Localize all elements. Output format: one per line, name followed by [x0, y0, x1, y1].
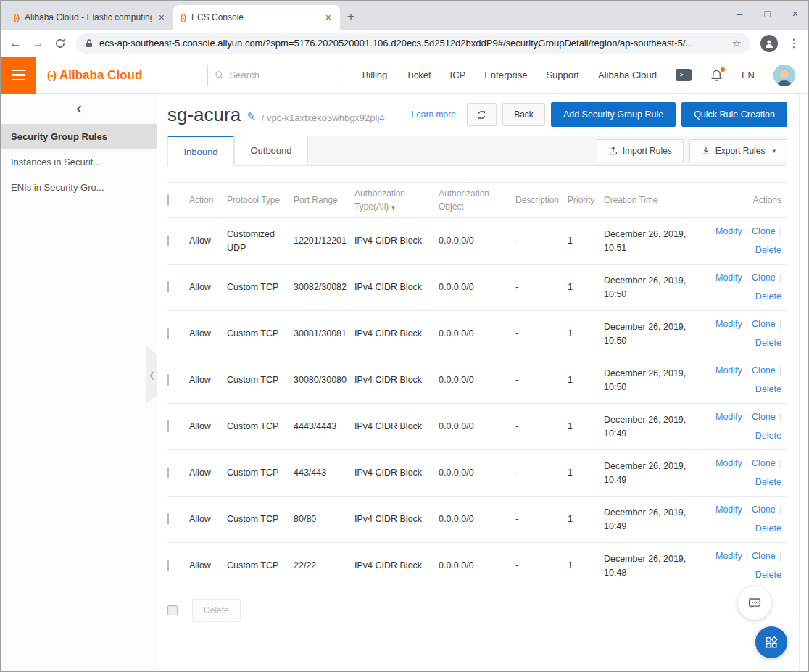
clone-link[interactable]: Clone [752, 364, 776, 378]
delete-link[interactable]: Delete [755, 244, 781, 257]
row-checkbox[interactable] [167, 560, 169, 571]
table-row: Allow Custom TCP 30080/30080 IPv4 CIDR B… [167, 357, 787, 404]
nav-ticket[interactable]: Ticket [406, 70, 431, 80]
modify-link[interactable]: Modify [715, 225, 742, 238]
row-checkbox[interactable] [167, 467, 169, 478]
user-avatar[interactable] [773, 65, 795, 86]
nav-billing[interactable]: Billing [362, 70, 388, 80]
search-input[interactable] [229, 70, 332, 80]
clone-link[interactable]: Clone [752, 503, 776, 517]
nav-alibaba-cloud[interactable]: Alibaba Cloud [598, 70, 657, 80]
edit-name-icon[interactable]: ✎ [246, 110, 256, 123]
cell-authorization-object: 0.0.0.0/0 [439, 323, 515, 345]
url-text[interactable]: ecs-ap-southeast-5.console.aliyun.com/?s… [99, 38, 726, 49]
bookmark-star-icon[interactable]: ☆ [732, 37, 742, 50]
bulk-delete-button[interactable]: Delete [192, 599, 241, 622]
delete-link[interactable]: Delete [755, 383, 781, 397]
sidebar-item-security-group-rules[interactable]: Security Group Rules [1, 124, 157, 149]
back-page-button[interactable]: Back [502, 103, 545, 126]
new-tab-button[interactable]: + [347, 9, 354, 24]
sidebar-collapse-handle[interactable]: ❮ [146, 346, 157, 404]
language-selector[interactable]: EN [742, 70, 755, 80]
delete-link[interactable]: Delete [755, 568, 781, 582]
select-all-checkbox[interactable] [167, 194, 169, 206]
modify-link[interactable]: Modify [715, 410, 742, 424]
action-separator: | [779, 410, 781, 424]
add-security-group-rule-button[interactable]: Add Security Group Rule [551, 102, 676, 127]
cell-creation-time: December 26, 2019, 10:49 [604, 409, 711, 445]
tab-outbound[interactable]: Outbound [234, 136, 308, 165]
sidebar-item-instances-in-security-group[interactable]: Instances in Securit... [1, 149, 157, 175]
console-search[interactable] [207, 65, 339, 86]
notifications-button[interactable] [710, 69, 723, 82]
cell-protocol: Custom TCP [227, 276, 294, 299]
avatar-face-icon [773, 65, 795, 86]
reload-button[interactable] [54, 38, 66, 49]
delete-link[interactable]: Delete [755, 336, 781, 350]
address-bar[interactable]: ecs-ap-southeast-5.console.aliyun.com/?s… [76, 33, 750, 54]
direction-tabs: Inbound Outbound Import Rules [167, 136, 787, 166]
col-authorization-type[interactable]: Authorization Type(All)▾ [354, 183, 439, 217]
nav-support[interactable]: Support [546, 70, 579, 80]
quick-rule-creation-button[interactable]: Quick Rule Creation [681, 102, 787, 127]
modify-link[interactable]: Modify [715, 318, 742, 331]
delete-link[interactable]: Delete [755, 429, 781, 443]
modify-link[interactable]: Modify [715, 457, 742, 470]
refresh-button[interactable] [467, 103, 497, 126]
row-checkbox[interactable] [167, 328, 169, 339]
cell-port-range: 12201/12201 [294, 230, 354, 252]
clone-link[interactable]: Clone [752, 549, 776, 563]
row-checkbox[interactable] [167, 374, 169, 386]
chrome-profile-button[interactable] [760, 35, 778, 52]
delete-link[interactable]: Delete [755, 290, 781, 304]
clone-link[interactable]: Clone [752, 318, 776, 331]
quick-apps-button[interactable] [755, 626, 787, 658]
row-checkbox[interactable] [167, 513, 169, 525]
browser-tab-ecs-console[interactable]: (-) ECS Console × [173, 5, 340, 30]
action-separator: | [746, 503, 748, 517]
cell-description: - [515, 508, 568, 531]
alibaba-cloud-logo[interactable]: (-) Alibaba Cloud [47, 68, 142, 83]
tab-close-icon[interactable]: × [324, 12, 333, 22]
chrome-menu-button[interactable]: ⋮ [788, 36, 800, 50]
row-checkbox[interactable] [167, 281, 169, 293]
feedback-chat-button[interactable] [738, 586, 771, 620]
lock-icon [85, 38, 94, 49]
modify-link[interactable]: Modify [715, 549, 742, 563]
cell-priority: 1 [568, 230, 604, 252]
clone-link[interactable]: Clone [752, 225, 776, 238]
modify-link[interactable]: Modify [715, 364, 742, 378]
nav-enterprise[interactable]: Enterprise [484, 70, 527, 80]
learn-more-link[interactable]: Learn more. [411, 109, 458, 120]
clone-link[interactable]: Clone [752, 410, 776, 424]
tab-close-icon[interactable]: × [157, 12, 166, 22]
delete-link[interactable]: Delete [755, 476, 781, 489]
export-rules-button[interactable]: Export Rules ▾ [689, 139, 787, 162]
modify-link[interactable]: Modify [715, 503, 742, 517]
import-rules-button[interactable]: Import Rules [597, 139, 684, 162]
sidebar-collapse-button[interactable] [1, 94, 157, 124]
cloud-shell-icon[interactable]: >_ [676, 69, 692, 81]
hamburger-menu-button[interactable] [1, 57, 36, 94]
table-row: Allow Custom TCP 443/443 IPv4 CIDR Block… [167, 450, 787, 497]
window-close-button[interactable]: × [792, 8, 798, 20]
back-button[interactable]: ← [9, 36, 22, 51]
row-checkbox[interactable] [167, 420, 169, 432]
delete-link[interactable]: Delete [755, 522, 781, 536]
tabstrip-divider [365, 8, 365, 22]
clone-link[interactable]: Clone [752, 457, 776, 470]
row-checkbox[interactable] [167, 235, 169, 246]
clone-link[interactable]: Clone [752, 271, 776, 285]
browser-toolbar: ← → ecs-ap-southeast-5.console.aliyun.co… [1, 30, 808, 57]
sidebar-item-enis-in-security-group[interactable]: ENIs in Security Gro... [1, 175, 157, 200]
nav-icp[interactable]: ICP [450, 70, 466, 80]
window-minimize-button[interactable]: – [737, 8, 743, 20]
tab-inbound[interactable]: Inbound [167, 136, 234, 166]
cell-authorization-object: 0.0.0.0/0 [439, 415, 515, 438]
forward-button[interactable]: → [32, 36, 44, 51]
modify-link[interactable]: Modify [715, 271, 742, 285]
footer-select-all-checkbox[interactable] [167, 605, 178, 615]
window-maximize-button[interactable]: □ [764, 8, 770, 20]
reload-icon [54, 38, 66, 49]
browser-tab-alibaba-cloud[interactable]: (-) Alibaba Cloud - Elastic computing × [7, 5, 173, 30]
